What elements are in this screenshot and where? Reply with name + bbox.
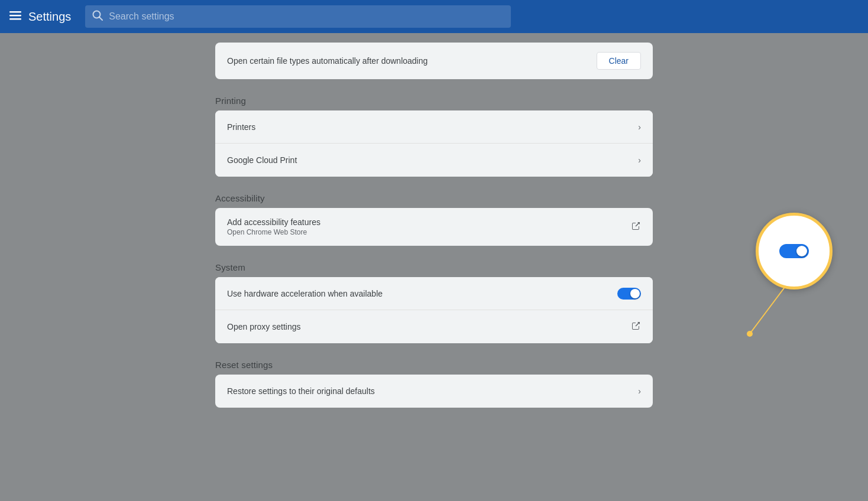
callout-line: [785, 287, 786, 287]
proxy-label: Open proxy settings: [227, 322, 622, 331]
magnifier-container: [756, 213, 833, 289]
add-accessibility-text: Add accessibility features Open Chrome W…: [227, 217, 622, 236]
hw-accel-toggle-action: [617, 288, 641, 300]
downloads-card: Open certain file types automatically af…: [215, 43, 653, 79]
printing-card: Printers › Google Cloud Print ›: [215, 110, 653, 177]
restore-settings-text: Restore settings to their original defau…: [227, 386, 629, 396]
svg-line-4: [99, 17, 102, 20]
search-box: [85, 5, 511, 28]
external-link-icon: [631, 221, 641, 233]
auto-open-row[interactable]: Open certain file types automatically af…: [215, 43, 653, 79]
page-title: Settings: [28, 10, 71, 24]
reset-card: Restore settings to their original defau…: [215, 375, 653, 408]
proxy-ext-link: [631, 321, 641, 333]
printers-arrow: ›: [638, 122, 641, 132]
system-card: Use hardware acceleration when available…: [215, 277, 653, 343]
magnifier-circle: [756, 213, 833, 289]
add-accessibility-sublabel: Open Chrome Web Store: [227, 228, 622, 236]
search-icon: [92, 10, 103, 23]
printers-label: Printers: [227, 122, 629, 132]
clear-button[interactable]: Clear: [597, 52, 641, 70]
add-accessibility-label: Add accessibility features: [227, 217, 622, 227]
accessibility-section-header: Accessibility: [215, 179, 653, 208]
arrow-right-icon-3: ›: [638, 386, 641, 396]
restore-settings-row[interactable]: Restore settings to their original defau…: [215, 375, 653, 408]
magnifier-toggle-thumb: [796, 246, 807, 256]
menu-icon[interactable]: [9, 9, 21, 24]
system-section-header: System: [215, 248, 653, 277]
hw-accel-row[interactable]: Use hardware acceleration when available: [215, 277, 653, 310]
svg-rect-2: [9, 18, 21, 20]
svg-point-6: [747, 331, 753, 337]
magnifier-callout: [756, 213, 833, 289]
clear-action: Clear: [597, 52, 641, 70]
arrow-right-icon: ›: [638, 122, 641, 132]
svg-rect-1: [9, 15, 21, 17]
magnifier-toggle-track: [779, 244, 809, 258]
proxy-text: Open proxy settings: [227, 322, 622, 331]
settings-content: Open certain file types automatically af…: [215, 33, 653, 434]
google-cloud-print-text: Google Cloud Print: [227, 155, 629, 165]
hw-accel-toggle[interactable]: [617, 288, 641, 300]
topbar: Settings: [0, 0, 868, 33]
restore-settings-label: Restore settings to their original defau…: [227, 386, 629, 396]
svg-line-5: [750, 287, 785, 334]
hw-accel-text: Use hardware acceleration when available: [227, 289, 608, 298]
printers-text: Printers: [227, 122, 629, 132]
restore-arrow: ›: [638, 386, 641, 396]
proxy-row[interactable]: Open proxy settings: [215, 310, 653, 343]
toggle-thumb: [630, 289, 640, 298]
hw-accel-label: Use hardware acceleration when available: [227, 289, 608, 298]
accessibility-card: Add accessibility features Open Chrome W…: [215, 208, 653, 246]
reset-section-header: Reset settings: [215, 346, 653, 375]
main-content: Open certain file types automatically af…: [0, 33, 868, 457]
google-cloud-print-label: Google Cloud Print: [227, 155, 629, 165]
auto-open-text: Open certain file types automatically af…: [227, 56, 587, 66]
printers-row[interactable]: Printers ›: [215, 110, 653, 144]
auto-open-label: Open certain file types automatically af…: [227, 56, 587, 66]
google-cloud-print-row[interactable]: Google Cloud Print ›: [215, 144, 653, 177]
accessibility-ext-link: [631, 221, 641, 233]
search-input[interactable]: [109, 11, 504, 22]
google-cloud-print-arrow: ›: [638, 155, 641, 165]
printing-section-header: Printing: [215, 82, 653, 110]
toggle-track: [617, 288, 641, 300]
proxy-external-link-icon: [631, 321, 641, 333]
arrow-right-icon-2: ›: [638, 155, 641, 165]
add-accessibility-row[interactable]: Add accessibility features Open Chrome W…: [215, 208, 653, 246]
svg-rect-0: [9, 11, 21, 13]
